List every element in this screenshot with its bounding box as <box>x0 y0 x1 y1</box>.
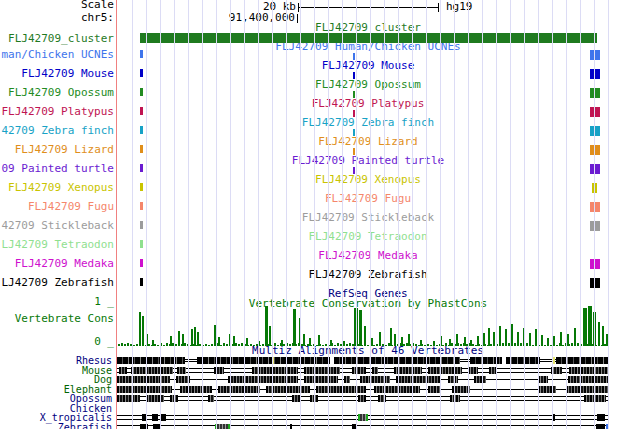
conservation-axis-min: 0 _ <box>0 337 114 347</box>
multiz-alignment-block[interactable] <box>352 367 366 374</box>
gridline <box>552 0 553 429</box>
species-track-item-start[interactable] <box>140 164 143 172</box>
conservation-bar <box>553 336 555 346</box>
conservation-bar <box>517 332 519 346</box>
multiz-alignment-block[interactable] <box>553 414 555 421</box>
multiz-alignment-block[interactable] <box>117 395 140 402</box>
multiz-alignment-block[interactable] <box>374 386 420 393</box>
multiz-alignment-block[interactable] <box>470 357 502 364</box>
species-track-left-label: FLJ42709 Opossum <box>0 88 114 98</box>
multiz-alignment-block[interactable] <box>292 395 300 402</box>
species-track-item-label: FLJ42709 Lizard <box>128 137 608 147</box>
conservation-histogram[interactable] <box>118 306 608 346</box>
multiz-alignment-block-green[interactable] <box>215 424 230 429</box>
species-track-item-end[interactable] <box>590 50 600 60</box>
species-track-item-start[interactable] <box>140 240 143 248</box>
multiz-alignment-block[interactable] <box>180 386 212 393</box>
species-track-item-start[interactable] <box>140 259 143 267</box>
multiz-alignment-block[interactable] <box>569 367 608 374</box>
species-track-item-start[interactable] <box>140 278 143 286</box>
multiz-alignment-block[interactable] <box>568 376 608 383</box>
multiz-alignment-block[interactable] <box>360 376 390 383</box>
multiz-alignment-block[interactable] <box>334 357 460 364</box>
species-track-item-label: FLJ42709 Stickleback <box>128 213 608 223</box>
conservation-bar <box>488 328 490 346</box>
multiz-alignment-block[interactable] <box>290 424 292 429</box>
multiz-alignment-block[interactable] <box>468 367 478 374</box>
species-track-item-start[interactable] <box>140 126 143 134</box>
species-track-item-start[interactable] <box>140 202 143 210</box>
conservation-bar <box>364 326 366 346</box>
multiz-alignment-block[interactable] <box>131 367 173 374</box>
cluster-track-bar[interactable] <box>140 33 597 43</box>
multiz-alignment-block[interactable] <box>117 386 172 393</box>
multiz-alignment-block[interactable] <box>208 395 214 402</box>
multiz-alignment-block[interactable] <box>538 386 556 393</box>
multiz-alignment-block[interactable] <box>146 395 164 402</box>
multiz-alignment-block[interactable] <box>474 376 486 383</box>
species-track-item-label: FLJ42709 Zebrafish <box>128 270 608 280</box>
species-track-item-start[interactable] <box>140 183 143 191</box>
multiz-alignment-block[interactable] <box>584 395 606 402</box>
species-track-item-start[interactable] <box>140 221 143 229</box>
multiz-alignment-block[interactable] <box>538 376 548 383</box>
species-track-left-label: 42709 Zebra finch <box>0 126 114 136</box>
species-track-item-start[interactable] <box>140 50 143 58</box>
multiz-alignment-block[interactable] <box>372 367 378 374</box>
multiz-alignment-block[interactable] <box>506 357 540 364</box>
species-track-item-start[interactable] <box>140 69 143 77</box>
multiz-alignment-block[interactable] <box>448 376 458 383</box>
multiz-alignment-block[interactable] <box>316 386 366 393</box>
multiz-alignment-block[interactable] <box>228 376 298 383</box>
gridline <box>496 0 497 429</box>
multiz-alignment-block[interactable] <box>177 367 186 374</box>
species-track-item-start[interactable] <box>140 88 143 96</box>
species-track-item-end[interactable] <box>590 107 600 117</box>
multiz-alignment-block[interactable] <box>304 367 340 374</box>
species-track-item-end[interactable] <box>590 278 600 288</box>
species-track-item-end[interactable] <box>590 221 600 231</box>
multiz-alignment-block[interactable] <box>566 386 608 393</box>
multiz-alignment-block[interactable] <box>117 376 170 383</box>
conservation-bar <box>529 333 531 346</box>
multiz-alignment-block[interactable] <box>450 395 460 402</box>
species-track-item-label: FLJ42709 Human/Chicken UCNEs <box>128 42 608 52</box>
conservation-bar <box>265 306 268 346</box>
multiz-alignment-block[interactable] <box>396 376 440 383</box>
multiz-alignment-block[interactable] <box>556 357 608 364</box>
multiz-alignment-block[interactable] <box>152 414 158 421</box>
gridline <box>286 0 287 429</box>
gridline <box>342 0 343 429</box>
conservation-track-title[interactable]: Vertebrate Conservation by PhastCons <box>128 299 608 309</box>
species-track-item-end[interactable] <box>590 69 600 79</box>
multiz-alignment-block[interactable] <box>304 376 338 383</box>
species-track-item-start[interactable] <box>140 145 143 153</box>
multiz-alignment-block[interactable] <box>428 386 440 393</box>
species-track-item-end[interactable] <box>590 164 600 174</box>
gridline <box>188 0 189 429</box>
species-track-item-end[interactable] <box>590 126 600 136</box>
species-track-item-end[interactable] <box>590 259 600 269</box>
multiz-alignment-block[interactable] <box>119 367 127 374</box>
conservation-left-label: Vertebrate Cons <box>0 314 114 324</box>
multiz-species-label: Dog <box>0 375 112 384</box>
multiz-alignment-block[interactable] <box>597 414 605 421</box>
gridline <box>454 0 455 429</box>
species-track-item-end[interactable] <box>590 88 600 98</box>
multiz-alignment-block[interactable] <box>161 414 166 421</box>
multiz-alignment-block[interactable] <box>596 424 605 429</box>
species-track-item-end[interactable] <box>590 145 600 155</box>
multiz-alignment-block[interactable] <box>358 395 366 402</box>
scale-bar <box>298 3 439 12</box>
conservation-bar <box>191 329 193 346</box>
multiz-alignment-block-green[interactable] <box>358 414 368 421</box>
multiz-alignment-block[interactable] <box>218 386 260 393</box>
multiz-track-title[interactable]: Multiz Alignments of 46 Vertebrates <box>128 346 608 356</box>
multiz-alignment-block[interactable] <box>428 367 462 374</box>
species-track-item-end[interactable] <box>590 202 600 212</box>
species-track-item-label: FLJ42709 Platypus <box>128 99 608 109</box>
multiz-alignment-block[interactable] <box>153 424 160 429</box>
multiz-alignment-block[interactable] <box>344 376 350 383</box>
gridline <box>468 0 469 429</box>
species-track-item-start[interactable] <box>140 107 143 115</box>
